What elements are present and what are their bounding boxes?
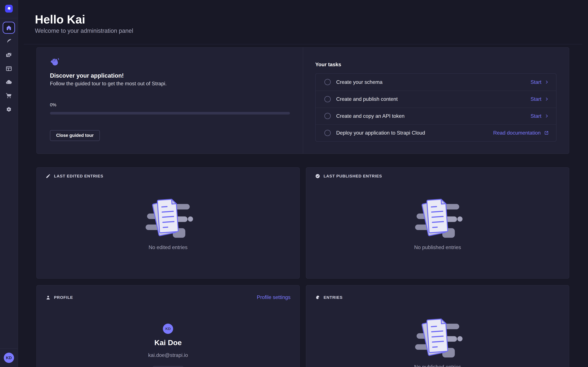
layout-icon bbox=[6, 65, 12, 72]
main-content: Hello Kai Welcome to your administration… bbox=[18, 0, 588, 367]
chevron-right-icon bbox=[545, 114, 549, 118]
profile-name: Kai Doe bbox=[154, 338, 182, 347]
task-status-circle-icon bbox=[324, 79, 331, 85]
task-start-link[interactable]: Start bbox=[530, 96, 549, 102]
task-status-circle-icon bbox=[324, 96, 331, 102]
progress-bar bbox=[50, 112, 290, 115]
task-row-deploy-cloud[interactable]: Deploy your application to Strapi Cloud … bbox=[316, 124, 556, 141]
guided-tour-subtitle: Follow the guided tour to get the most o… bbox=[50, 80, 290, 87]
images-icon bbox=[6, 52, 12, 58]
widget-title: LAST EDITED ENTRIES bbox=[54, 174, 104, 178]
task-start-link[interactable]: Start bbox=[530, 113, 549, 119]
chevron-right-icon bbox=[545, 80, 549, 84]
strapi-logo[interactable] bbox=[5, 5, 13, 12]
widget-title: ENTRIES bbox=[324, 295, 343, 300]
task-row-create-schema[interactable]: Create your schema Start bbox=[316, 74, 556, 91]
widget-title: LAST PUBLISHED ENTRIES bbox=[324, 174, 382, 178]
task-label: Deploy your application to Strapi Cloud bbox=[336, 130, 493, 136]
empty-documents-illustration bbox=[410, 194, 465, 242]
gear-icon bbox=[6, 106, 12, 113]
page-title: Hello Kai bbox=[35, 13, 588, 27]
progress-label: 0% bbox=[50, 102, 290, 108]
cloud-icon bbox=[6, 79, 12, 86]
person-icon bbox=[46, 295, 51, 300]
task-row-api-token[interactable]: Create and copy an API token Start bbox=[316, 108, 556, 125]
task-label: Create and publish content bbox=[336, 96, 530, 102]
task-label: Create your schema bbox=[336, 79, 530, 85]
tasks-title: Your tasks bbox=[315, 61, 556, 68]
sidebar-item-home[interactable] bbox=[3, 22, 15, 34]
sidebar-item-content-type-builder[interactable] bbox=[6, 65, 12, 72]
task-start-link[interactable]: Start bbox=[530, 79, 549, 85]
sidebar-item-content-manager[interactable] bbox=[6, 38, 12, 45]
profile-role-badge bbox=[153, 366, 183, 367]
tasks-list: Create your schema Start Create and publ… bbox=[315, 73, 556, 142]
task-status-circle-icon bbox=[324, 113, 331, 119]
external-link-icon bbox=[544, 131, 549, 135]
entries-widget: ENTRIES No published entries bbox=[306, 285, 569, 367]
empty-state-text: No published entries bbox=[414, 244, 461, 251]
profile-email: kai.doe@strapi.io bbox=[148, 351, 188, 359]
read-documentation-link[interactable]: Read documentation bbox=[493, 130, 549, 136]
profile-avatar: KD bbox=[163, 324, 173, 334]
strapi-admin-app: KD Hello Kai Welcome to your administrat… bbox=[0, 0, 588, 367]
widget-title: PROFILE bbox=[54, 295, 73, 300]
task-label: Create and copy an API token bbox=[336, 113, 530, 119]
sidebar-item-cloud[interactable] bbox=[6, 79, 12, 86]
pencil-icon bbox=[46, 174, 51, 179]
sidebar: KD bbox=[0, 0, 18, 367]
task-action-label: Start bbox=[530, 113, 541, 119]
sidebar-bottom-divider bbox=[0, 348, 18, 349]
home-icon bbox=[6, 25, 12, 31]
last-published-entries-widget: LAST PUBLISHED ENTRIES No published entr… bbox=[306, 167, 569, 279]
task-action-label: Start bbox=[530, 79, 541, 85]
profile-widget: PROFILE Profile settings KD Kai Doe kai.… bbox=[36, 285, 300, 367]
sidebar-user-avatar[interactable]: KD bbox=[4, 353, 14, 363]
page-subtitle: Welcome to your administration panel bbox=[35, 26, 588, 35]
profile-settings-link[interactable]: Profile settings bbox=[257, 294, 291, 300]
empty-documents-illustration bbox=[140, 194, 196, 242]
sidebar-divider bbox=[0, 18, 18, 18]
chevron-right-icon bbox=[545, 97, 549, 101]
tasks-pane: Your tasks Create your schema Start bbox=[303, 48, 569, 153]
empty-state-text: No edited entries bbox=[149, 244, 188, 251]
task-row-publish-content[interactable]: Create and publish content Start bbox=[316, 91, 556, 108]
empty-documents-illustration bbox=[410, 314, 465, 361]
last-edited-entries-widget: LAST EDITED ENTRIES No edited entries bbox=[36, 167, 300, 279]
guided-tour-card: Discover your application! Follow the gu… bbox=[36, 47, 569, 154]
sidebar-item-media-library[interactable] bbox=[6, 52, 12, 58]
empty-state-text: No published entries bbox=[414, 363, 461, 367]
task-action-label: Start bbox=[530, 96, 541, 102]
task-status-circle-icon bbox=[324, 130, 331, 136]
feather-icon bbox=[6, 38, 12, 45]
guided-tour-pane: Discover your application! Follow the gu… bbox=[37, 48, 303, 153]
close-guided-tour-button[interactable]: Close guided tour bbox=[50, 130, 100, 141]
guided-tour-title: Discover your application! bbox=[50, 72, 290, 79]
sidebar-item-marketplace[interactable] bbox=[6, 92, 12, 99]
cart-icon bbox=[6, 92, 12, 99]
strapi-logo-icon bbox=[6, 6, 12, 11]
task-action-label: Read documentation bbox=[493, 130, 541, 136]
widgets-grid: LAST EDITED ENTRIES No edited entries bbox=[36, 167, 569, 367]
sidebar-item-settings[interactable] bbox=[6, 106, 12, 113]
waving-hand-icon bbox=[50, 57, 60, 67]
check-circle-icon bbox=[315, 174, 320, 179]
quill-icon bbox=[315, 295, 320, 300]
